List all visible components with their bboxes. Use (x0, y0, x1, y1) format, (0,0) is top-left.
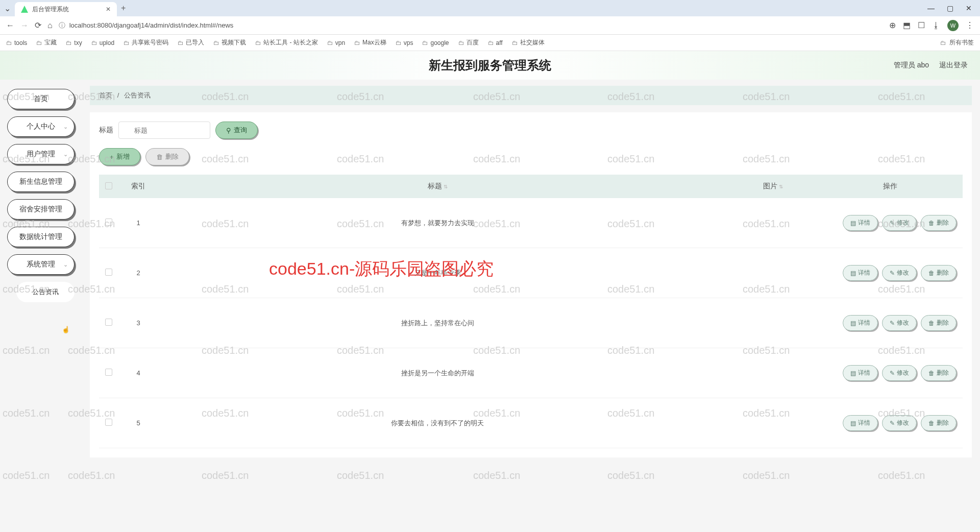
th-index: 索引 (124, 182, 153, 191)
detail-button[interactable]: ▤详情 (843, 415, 878, 431)
cell-index: 1 (124, 219, 153, 227)
logout-link[interactable]: 退出登录 (939, 61, 968, 70)
app-title: 新生报到服务管理系统 (429, 57, 551, 74)
user-label[interactable]: 管理员 abo (894, 61, 929, 70)
bookmark-item[interactable]: google (422, 39, 449, 46)
detail-button[interactable]: ▤详情 (843, 365, 878, 381)
folder-icon (91, 39, 97, 46)
close-button[interactable]: ✕ (966, 4, 972, 12)
bookmark-item[interactable]: 百度 (458, 38, 479, 47)
row-checkbox[interactable] (105, 319, 112, 326)
search-button-label: 查询 (234, 126, 247, 135)
th-image[interactable]: 图片 (763, 182, 777, 190)
doc-icon: ▤ (850, 320, 856, 327)
chevron-down-icon: ⌄ (63, 151, 68, 158)
row-delete-button[interactable]: 🗑删除 (921, 265, 957, 281)
bookmark-item[interactable]: 已导入 (178, 38, 204, 47)
detail-button[interactable]: ▤详情 (843, 315, 878, 331)
bookmark-item[interactable]: vps (396, 39, 413, 46)
edit-button[interactable]: ✎修改 (882, 315, 917, 331)
bookmark-item[interactable]: tools (6, 39, 27, 46)
th-title[interactable]: 标题 (428, 182, 442, 190)
download-icon[interactable]: ⭳ (932, 21, 940, 30)
sidebar-item[interactable]: 个人中心⌄ (7, 116, 75, 137)
table-row: 3挫折路上，坚持常在心间▤详情✎修改🗑删除 (99, 298, 963, 348)
address-bar[interactable]: ⓘ localhost:8080/djangoafj14/admin/dist/… (59, 21, 883, 30)
extension-icon[interactable]: ⬒ (903, 20, 911, 30)
th-ops: 操作 (824, 182, 957, 191)
row-delete-button[interactable]: 🗑删除 (921, 215, 957, 231)
close-icon[interactable]: ✕ (106, 6, 111, 13)
cell-title: 挫折是另一个生命的开端 (153, 369, 722, 378)
profile-avatar[interactable]: W (947, 20, 959, 31)
bookmark-item[interactable]: vpn (327, 39, 345, 46)
edit-button[interactable]: ✎修改 (882, 365, 917, 381)
row-checkbox[interactable] (105, 369, 112, 376)
search-input[interactable] (118, 122, 210, 139)
new-tab-button[interactable]: + (121, 4, 126, 13)
doc-icon: ▤ (850, 220, 856, 227)
sidebar-item[interactable]: 新生信息管理 (7, 172, 75, 192)
detail-button[interactable]: ▤详情 (843, 215, 878, 231)
row-checkbox[interactable] (105, 269, 112, 276)
edit-button[interactable]: ✎修改 (882, 265, 917, 281)
forward-button[interactable]: → (20, 21, 29, 30)
bookmark-icon[interactable]: ☐ (918, 20, 925, 30)
bookmark-item[interactable]: 视频下载 (213, 38, 246, 47)
browser-tab[interactable]: 后台管理系统 ✕ (15, 2, 117, 16)
folder-icon (488, 39, 494, 46)
edit-icon: ✎ (890, 320, 895, 327)
reload-button[interactable]: ⟳ (35, 20, 41, 30)
search-button[interactable]: ⚲ 查询 (215, 122, 258, 139)
sidebar: 首页个人中心⌄用户管理⌄新生信息管理宿舍安排管理数据统计管理系统管理⌄公告资讯 (0, 80, 82, 532)
edit-button[interactable]: ✎修改 (882, 215, 917, 231)
home-button[interactable]: ⌂ (47, 21, 53, 30)
add-button[interactable]: + 新增 (99, 148, 140, 165)
maximize-button[interactable]: ▢ (947, 4, 953, 12)
sidebar-item[interactable]: 数据统计管理 (7, 227, 75, 247)
detail-button[interactable]: ▤详情 (843, 265, 878, 281)
cell-index: 4 (124, 369, 153, 377)
row-checkbox[interactable] (105, 219, 112, 226)
sort-icon[interactable]: ⇅ (444, 184, 448, 189)
row-checkbox[interactable] (105, 419, 112, 426)
bookmark-item[interactable]: uplod (91, 39, 114, 46)
sidebar-item[interactable]: 宿舍安排管理 (7, 199, 75, 220)
folder-icon (124, 39, 130, 46)
minimize-button[interactable]: — (927, 4, 935, 12)
info-icon: ⓘ (59, 21, 65, 30)
sort-icon[interactable]: ⇅ (779, 184, 783, 189)
folder-icon (458, 39, 464, 46)
main-content: 首页 / 公告资讯 标题 ⚲ ⚲ 查询 + 新增 (82, 80, 980, 532)
edit-button[interactable]: ✎修改 (882, 415, 917, 431)
chevron-down-icon: ⌄ (63, 124, 68, 130)
folder-icon (422, 39, 428, 46)
trash-icon: 🗑 (928, 420, 935, 427)
sidebar-item[interactable]: 用户管理⌄ (7, 144, 75, 164)
edit-icon: ✎ (890, 270, 895, 277)
search-label: 标题 (99, 126, 113, 135)
bookmark-item[interactable]: 共享账号密码 (124, 38, 168, 47)
doc-icon: ▤ (850, 370, 856, 377)
dropdown-icon[interactable]: ⌄ (4, 4, 11, 13)
all-bookmarks[interactable]: 所有书签 (949, 38, 974, 47)
bookmark-item[interactable]: aff (488, 39, 503, 46)
row-delete-button[interactable]: 🗑删除 (921, 315, 957, 331)
back-button[interactable]: ← (6, 21, 14, 30)
bookmark-item[interactable]: txy (66, 39, 82, 46)
row-delete-button[interactable]: 🗑删除 (921, 415, 957, 431)
bookmark-item[interactable]: 宝藏 (36, 38, 57, 47)
key-icon[interactable]: ⊕ (889, 20, 896, 30)
breadcrumb-home[interactable]: 首页 (99, 91, 112, 99)
bookmark-item[interactable]: Max云梯 (354, 38, 386, 47)
select-all-checkbox[interactable] (105, 182, 112, 189)
bookmark-item[interactable]: 站长工具 - 站长之家 (255, 38, 318, 47)
sidebar-item[interactable]: 系统管理⌄ (7, 254, 75, 275)
sidebar-sub-item[interactable]: 公告资讯 (16, 282, 75, 302)
row-delete-button[interactable]: 🗑删除 (921, 365, 957, 381)
more-icon[interactable]: ⋮ (966, 20, 974, 30)
delete-button[interactable]: 🗑 删除 (145, 148, 189, 165)
bookmark-item[interactable]: 社交媒体 (512, 38, 545, 47)
folder-icon (178, 39, 184, 46)
sidebar-item[interactable]: 首页 (7, 89, 75, 109)
